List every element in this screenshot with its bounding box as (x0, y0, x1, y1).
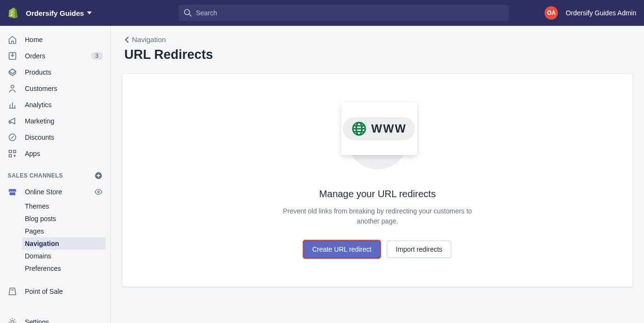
nav-analytics[interactable]: Analytics (0, 97, 110, 113)
sales-channels-header: SALES CHANNELS (0, 162, 110, 184)
breadcrumb-back[interactable]: Navigation (122, 35, 633, 44)
svg-point-9 (98, 191, 99, 193)
gear-icon (8, 317, 17, 323)
add-channel-icon[interactable] (94, 171, 103, 180)
analytics-icon (8, 100, 17, 110)
nav-discounts[interactable]: Discounts (0, 129, 110, 145)
subnav-navigation[interactable]: Navigation (22, 237, 106, 250)
globe-icon (351, 121, 367, 136)
www-label: WWW (371, 122, 407, 135)
discounts-icon (8, 133, 17, 142)
username-label: Ordersify Guides Admin (566, 9, 636, 17)
channel-online-store[interactable]: Online Store (0, 184, 110, 200)
main-content: Navigation URL Redirects (111, 26, 644, 323)
svg-rect-5 (9, 150, 11, 153)
store-icon (8, 187, 17, 197)
view-store-icon[interactable] (94, 188, 103, 196)
orders-badge: 3 (91, 52, 103, 60)
svg-point-10 (11, 321, 14, 323)
empty-heading: Manage your URL redirects (319, 189, 436, 200)
shopify-logo-icon (8, 7, 18, 19)
orders-icon (8, 51, 17, 61)
channel-point-of-sale[interactable]: Point of Sale (0, 283, 110, 300)
empty-state-card: WWW Manage your URL redirects Prevent ol… (122, 74, 633, 287)
search-input[interactable] (179, 5, 509, 21)
subnav-themes[interactable]: Themes (25, 200, 106, 212)
svg-point-3 (11, 85, 14, 88)
subnav-pages[interactable]: Pages (25, 225, 106, 237)
subnav-preferences[interactable]: Preferences (25, 262, 106, 275)
store-name-label: Ordersify Guides (26, 9, 84, 17)
subnav-blog-posts[interactable]: Blog posts (25, 212, 106, 225)
nav-apps[interactable]: Apps (0, 145, 110, 162)
sidebar: Home Orders 3 Products Customers A (0, 26, 111, 323)
customers-icon (8, 84, 17, 93)
empty-illustration: WWW (339, 102, 416, 174)
chevron-left-icon (124, 36, 129, 43)
store-switcher[interactable]: Ordersify Guides (26, 9, 92, 17)
nav-home[interactable]: Home (0, 32, 110, 48)
nav-orders[interactable]: Orders 3 (0, 48, 110, 64)
nav-marketing[interactable]: Marketing (0, 113, 110, 129)
marketing-icon (8, 116, 17, 126)
nav-products[interactable]: Products (0, 64, 110, 80)
nav-customers[interactable]: Customers (0, 80, 110, 97)
svg-point-0 (185, 10, 190, 15)
svg-line-1 (189, 14, 191, 17)
subnav-domains[interactable]: Domains (25, 250, 106, 262)
import-redirects-button[interactable]: Import redirects (387, 241, 451, 258)
svg-rect-6 (13, 150, 16, 153)
search-icon (184, 9, 192, 17)
empty-subtext: Prevent old links from breaking by redir… (277, 206, 478, 226)
topbar: Ordersify Guides OA Ordersify Guides Adm… (0, 0, 644, 26)
caret-down-icon (87, 11, 92, 14)
create-url-redirect-button[interactable]: Create URL redirect (304, 241, 380, 258)
home-icon (8, 35, 17, 45)
products-icon (8, 67, 17, 77)
avatar[interactable]: OA (545, 6, 558, 20)
page-title: URL Redirects (122, 47, 633, 62)
pos-icon (8, 287, 17, 296)
svg-rect-7 (9, 155, 11, 157)
nav-settings[interactable]: Settings (0, 314, 110, 323)
apps-icon (8, 149, 17, 158)
